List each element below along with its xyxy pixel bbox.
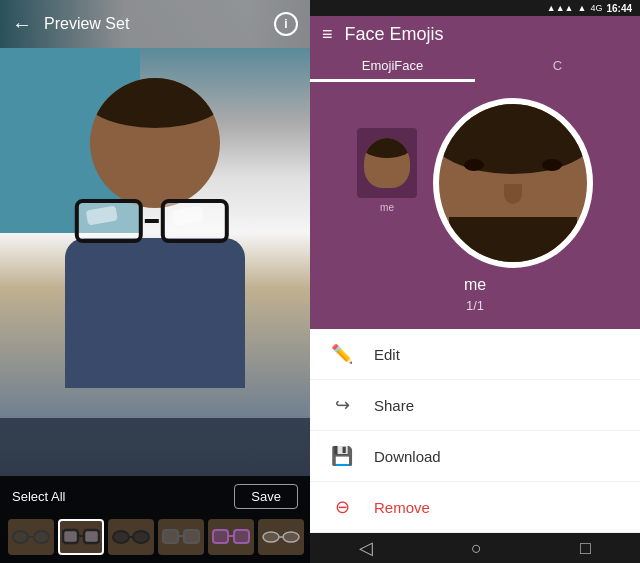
- edit-label: Edit: [374, 346, 400, 363]
- small-emoji[interactable]: [357, 128, 417, 198]
- svg-rect-15: [234, 530, 249, 543]
- svg-rect-1: [34, 531, 49, 543]
- select-all-label: Select All: [12, 489, 65, 504]
- svg-point-17: [263, 532, 279, 542]
- glasses-lens-right: [161, 199, 229, 243]
- person-head: [90, 78, 220, 208]
- glasses-frame: [72, 196, 232, 246]
- app-header: ≡ Face Emojis: [310, 16, 640, 52]
- svg-rect-0: [13, 531, 28, 543]
- glasses-thumb-3[interactable]: [108, 519, 154, 555]
- svg-rect-14: [213, 530, 228, 543]
- left-eye: [464, 159, 484, 171]
- back-button[interactable]: ←: [12, 13, 32, 36]
- emoji-name: me: [464, 276, 486, 294]
- small-emoji-container: me: [357, 128, 417, 213]
- large-emoji-beard: [449, 217, 577, 267]
- large-emoji-nose: [504, 184, 522, 204]
- bottom-controls: Select All Save: [0, 476, 310, 563]
- remove-menu-item[interactable]: ⊖ Remove: [310, 482, 640, 533]
- download-label: Download: [374, 448, 441, 465]
- glasses-thumb-6[interactable]: [258, 519, 304, 555]
- emoji-counter: 1/1: [466, 298, 484, 313]
- person-body: [65, 238, 245, 388]
- large-emoji-container: [433, 98, 593, 268]
- small-emoji-label: me: [380, 202, 394, 213]
- camera-preview: [0, 48, 310, 418]
- svg-rect-12: [184, 530, 199, 543]
- tabs-container: EmojiFace C: [310, 52, 640, 82]
- right-nav-back-icon[interactable]: ◁: [359, 537, 373, 559]
- download-icon: 💾: [330, 445, 354, 467]
- svg-rect-11: [163, 530, 178, 543]
- svg-point-9: [133, 531, 149, 543]
- emoji-row: me: [357, 98, 593, 268]
- share-menu-item[interactable]: ↪ Share: [310, 380, 640, 431]
- small-emoji-face: [364, 138, 410, 188]
- svg-rect-4: [84, 530, 99, 543]
- edit-menu-item[interactable]: ✏️ Edit: [310, 329, 640, 380]
- svg-rect-3: [63, 530, 78, 543]
- glasses-lens-left: [75, 199, 143, 243]
- edit-icon: ✏️: [330, 343, 354, 365]
- right-nav-bar: ◁ ○ □: [310, 533, 640, 563]
- select-all-row: Select All Save: [0, 476, 310, 515]
- share-icon: ↪: [330, 394, 354, 416]
- share-label: Share: [374, 397, 414, 414]
- glasses-bridge: [145, 219, 159, 223]
- svg-point-8: [113, 531, 129, 543]
- page-title: Preview Set: [44, 15, 274, 33]
- svg-point-18: [283, 532, 299, 542]
- glasses-thumb-5[interactable]: [208, 519, 254, 555]
- wifi-icon: ▲: [577, 3, 586, 13]
- download-menu-item[interactable]: 💾 Download: [310, 431, 640, 482]
- small-emoji-hair: [364, 138, 410, 158]
- save-button[interactable]: Save: [234, 484, 298, 509]
- remove-icon: ⊖: [330, 496, 354, 518]
- large-emoji: [433, 98, 593, 268]
- right-nav-home-icon[interactable]: ○: [471, 538, 482, 559]
- tab-emoji-face-label: EmojiFace: [362, 58, 423, 73]
- app-title: Face Emojis: [345, 24, 628, 45]
- tab-emoji-face[interactable]: EmojiFace: [310, 52, 475, 82]
- info-icon[interactable]: i: [274, 12, 298, 36]
- glasses-thumb-1[interactable]: [8, 519, 54, 555]
- signal-icon: ▲▲▲: [547, 3, 574, 13]
- right-eye: [542, 159, 562, 171]
- battery-icon: 4G: [590, 3, 602, 13]
- left-panel: ← Preview Set i Select All Sav: [0, 0, 310, 563]
- tab-c-label: C: [553, 58, 562, 73]
- emoji-display-area: me me 1/1: [310, 82, 640, 329]
- status-time: 16:44: [606, 3, 632, 14]
- glasses-thumb-2[interactable]: [58, 519, 104, 555]
- left-header: ← Preview Set i: [0, 0, 310, 48]
- glasses-thumb-4[interactable]: [158, 519, 204, 555]
- tab-c[interactable]: C: [475, 52, 640, 82]
- right-panel: ▲▲▲ ▲ 4G 16:44 ≡ Face Emojis EmojiFace C: [310, 0, 640, 563]
- glasses-strip[interactable]: [0, 515, 310, 563]
- menu-items-list: ✏️ Edit ↪ Share 💾 Download ⊖ Remove: [310, 329, 640, 533]
- status-bar: ▲▲▲ ▲ 4G 16:44: [310, 0, 640, 16]
- large-emoji-eyes: [464, 159, 562, 171]
- remove-label: Remove: [374, 499, 430, 516]
- glasses-filter-overlay: [72, 196, 232, 246]
- right-nav-recents-icon[interactable]: □: [580, 538, 591, 559]
- menu-icon[interactable]: ≡: [322, 24, 333, 45]
